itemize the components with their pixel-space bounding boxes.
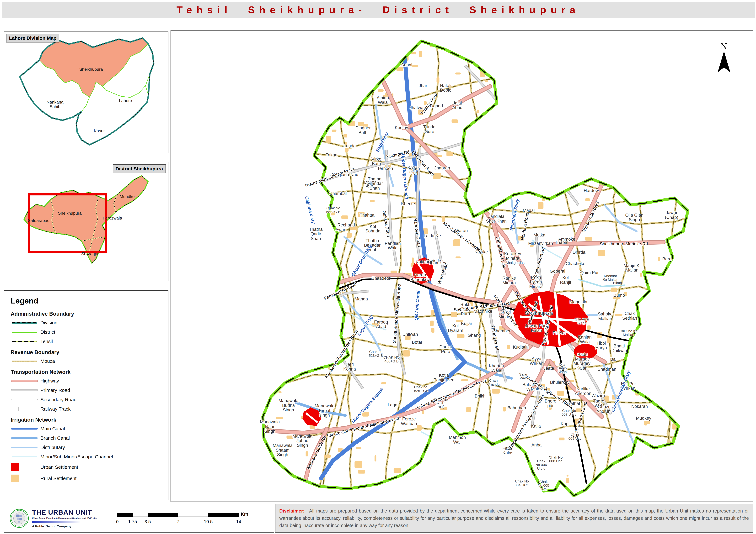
legend-item-branch-canal: Branch Canal xyxy=(11,435,162,442)
legend-item-urban: Urban Settlement xyxy=(11,463,162,472)
place-label: Chakgurdas xyxy=(505,261,525,265)
scalebar-tick: 0 xyxy=(116,519,119,524)
place-label: Kharian Wala xyxy=(489,364,504,373)
legend-body: Administrative BoundaryDivisionDistrictT… xyxy=(11,311,162,483)
place-label: Shadman xyxy=(598,367,616,371)
place-label: Chak No 007 U c c xyxy=(561,409,577,417)
place-label: Mudkey xyxy=(636,416,651,420)
place-label: Qila Gian Singh xyxy=(625,213,643,222)
place-label: Goperai xyxy=(550,269,565,274)
place-label: Thatha Qilandar Shah xyxy=(366,177,383,191)
place-label: Bahuman xyxy=(507,405,526,410)
place-label: Kurlike Androon xyxy=(575,387,591,396)
map-canvas: SohalJharRatali DooloOgandJalal AbadJhat… xyxy=(171,31,753,501)
place-label: Thabal xyxy=(555,240,568,245)
canal-label: Bath Disty xyxy=(375,132,390,153)
scalebar-segment xyxy=(148,513,178,517)
canal-label: Lagar Disty xyxy=(357,314,374,337)
place-label: Mahmon Wali xyxy=(449,435,466,445)
logo-text-block: THE URBAN UNIT Urban Sector Planning & M… xyxy=(32,508,97,528)
place-label: Chah Chandu xyxy=(487,379,500,386)
place-label: Thahtta xyxy=(360,213,374,217)
distributary-swatch xyxy=(11,445,38,450)
canal-label: Noushera Disty xyxy=(509,198,520,231)
place-label: Fateh Puri xyxy=(409,166,420,175)
map-sheet: Tehsil Sheikhupura- District Sheikhupura… xyxy=(0,0,756,534)
legend-item-division: Division xyxy=(11,319,162,326)
canal-label: Upper Gugera Branch xyxy=(401,154,409,199)
place-label: Jeata xyxy=(543,366,554,370)
place-label: Bhandoor xyxy=(372,276,391,281)
place-label: Kujjar xyxy=(461,321,472,326)
place-label: Bhikhi xyxy=(474,394,487,398)
place-label: Bhore pur xyxy=(545,399,556,408)
legend-section-heading: Transportation Network xyxy=(11,369,162,375)
north-label: N xyxy=(714,42,734,51)
place-label: Daulat Pura xyxy=(439,345,452,354)
page-title: Tehsil Sheikhupura- District Sheikhupura xyxy=(176,4,580,15)
place-label: Tibbi Harya xyxy=(595,341,607,350)
division-swatch xyxy=(11,320,38,325)
road-label: Bandoke Road xyxy=(413,218,421,247)
place-label: Chak No 004 UCC xyxy=(515,479,529,487)
place-label: Nokaran xyxy=(632,404,648,409)
place-label: Isherke xyxy=(401,202,415,206)
title-bar: Tehsil Sheikhupura- District Sheikhupura xyxy=(2,2,755,18)
scalebar xyxy=(117,513,239,517)
rural-swatch-icon xyxy=(11,474,38,483)
disclaimer-panel: Disclaimer:All maps are prepared based o… xyxy=(275,504,753,533)
secondary-swatch xyxy=(11,397,38,402)
place-label: Madar xyxy=(523,208,535,213)
place-label: Bal xyxy=(610,357,616,362)
place-label: CHAK NO 460+G B xyxy=(383,356,400,363)
legend-item-label: Tehsil xyxy=(38,339,53,344)
place-label: Bhatti Dhilwan xyxy=(611,344,627,353)
legend-section-heading: Irrigation Network xyxy=(11,417,162,423)
primary-swatch-icon xyxy=(11,388,38,393)
legend-panel: Legend Administrative BoundaryDivisionDi… xyxy=(4,290,169,500)
legend-item-label: Secondary Road xyxy=(38,397,76,402)
scalebar-segment xyxy=(118,513,133,517)
place-label: Virke Bath xyxy=(371,157,381,166)
tehsil-swatch-icon xyxy=(11,339,38,344)
place-label: Chak no 523+G B xyxy=(369,350,383,357)
disclaimer-label: Disclaimer: xyxy=(279,508,309,514)
road-label: Sacha Soada-Manawala Road xyxy=(392,284,401,343)
place-label: Farooq Abad xyxy=(374,320,388,329)
division-swatch-icon xyxy=(11,320,38,325)
minor-swatch xyxy=(11,454,38,460)
place-label: Sohal xyxy=(401,63,412,67)
rural-swatch xyxy=(11,474,38,483)
place-label: Kalia xyxy=(531,424,541,428)
canal-label: Upper Gugera Branch xyxy=(351,387,385,424)
map-labels-layer: SohalJharRatali DooloOgandJalal AbadJhat… xyxy=(171,31,753,501)
legend-item-label: Railway Track xyxy=(38,406,71,412)
place-label: Manawala Budha Singh xyxy=(279,398,298,412)
place-label: Mandiala xyxy=(570,299,587,304)
logo-subtitle: Urban Sector Planning & Management Servi… xyxy=(32,517,97,519)
place-label: Badu Murade xyxy=(575,352,590,362)
tehsil-swatch xyxy=(11,339,38,344)
road-label: Lahore-Sheikhupura-Faisalabad Road xyxy=(327,416,399,438)
road-label: M-2 (Lahore - Islamabad) xyxy=(442,221,484,254)
place-label: Botar xyxy=(412,340,422,345)
legend-item-label: Highway xyxy=(38,378,59,384)
place-label: Lunda xyxy=(343,143,356,148)
scalebar-unit: Km xyxy=(241,511,248,517)
place-label: Chambal xyxy=(329,191,347,196)
place-label: Qaim Pur xyxy=(580,270,599,275)
place-label: Qila Sahib Singh xyxy=(557,363,567,374)
place-label: Machhike xyxy=(473,309,492,314)
scalebar-tick: 10.5 xyxy=(204,519,213,524)
place-label: Lagar xyxy=(388,403,399,407)
road-label: Honhala Road xyxy=(520,213,529,241)
scalebar-segment xyxy=(178,513,208,517)
place-label: Chak No 005 UCC xyxy=(538,480,549,491)
district-label: Ferozwala xyxy=(103,216,122,220)
canal-label: Gajjiana disty xyxy=(304,196,316,224)
place-label: Tunde Guro xyxy=(423,125,436,134)
place-label: Jhabran xyxy=(434,166,450,170)
branch-canal-swatch-icon xyxy=(11,435,38,441)
legend-item-label: Rural Settlement xyxy=(38,476,76,481)
district-label: Sharaqpur xyxy=(81,251,101,256)
